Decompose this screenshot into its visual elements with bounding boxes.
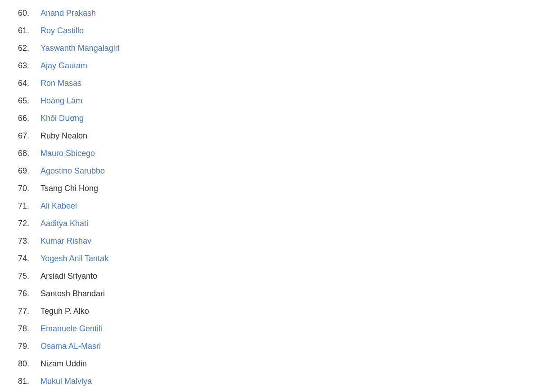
item-number: 68. xyxy=(18,147,40,160)
item-name[interactable]: Emanuele Gentili xyxy=(40,323,102,335)
list-item: 70.Tsang Chi Hong xyxy=(18,180,522,197)
item-name: Ruby Nealon xyxy=(40,130,87,142)
item-number: 69. xyxy=(18,165,40,177)
item-number: 74. xyxy=(18,253,40,265)
item-name[interactable]: Agostino Sarubbo xyxy=(40,165,105,177)
item-number: 78. xyxy=(18,323,40,335)
item-name[interactable]: Mauro Sbicego xyxy=(40,147,95,160)
item-name: Santosh Bhandari xyxy=(40,288,105,300)
list-item: 78.Emanuele Gentili xyxy=(18,320,522,338)
item-name[interactable]: Anand Prakash xyxy=(40,7,96,19)
item-name[interactable]: Roy Castillo xyxy=(40,25,84,37)
list-item: 65.Hoàng Lâm xyxy=(18,92,522,110)
item-name: Arsiadi Sriyanto xyxy=(40,270,97,282)
list-item: 69.Agostino Sarubbo xyxy=(18,162,522,180)
item-number: 77. xyxy=(18,305,40,317)
item-number: 66. xyxy=(18,112,40,125)
list-item: 74.Yogesh Anil Tantak xyxy=(18,250,522,267)
item-name[interactable]: Ali Kabeel xyxy=(40,200,77,212)
item-number: 71. xyxy=(18,200,40,212)
item-name[interactable]: Yaswanth Mangalagiri xyxy=(40,42,120,54)
item-number: 75. xyxy=(18,270,40,282)
ranked-list: 60.Anand Prakash61.Roy Castillo62.Yaswan… xyxy=(18,4,522,392)
item-number: 73. xyxy=(18,235,40,247)
item-number: 80. xyxy=(18,358,40,370)
item-name[interactable]: Hoàng Lâm xyxy=(40,95,82,107)
item-name: Teguh P. Alko xyxy=(40,305,89,317)
list-item: 75.Arsiadi Sriyanto xyxy=(18,267,522,285)
list-item: 79.Osama AL-Masri xyxy=(18,338,522,355)
item-name[interactable]: Yogesh Anil Tantak xyxy=(40,253,108,265)
list-item: 81.Mukul Malviya xyxy=(18,373,522,390)
list-item: 68.Mauro Sbicego xyxy=(18,145,522,162)
list-item: 76.Santosh Bhandari xyxy=(18,285,522,303)
list-item: 64.Ron Masas xyxy=(18,75,522,92)
list-item: 60.Anand Prakash xyxy=(18,4,522,22)
item-name[interactable]: Ajay Gautam xyxy=(40,60,87,72)
item-name: Nizam Uddin xyxy=(40,358,87,370)
item-number: 60. xyxy=(18,7,40,19)
list-item: 61.Roy Castillo xyxy=(18,22,522,40)
item-number: 67. xyxy=(18,130,40,142)
list-item: 63.Ajay Gautam xyxy=(18,57,522,75)
item-name[interactable]: Aaditya Khati xyxy=(40,218,88,230)
item-number: 61. xyxy=(18,25,40,37)
item-name[interactable]: Mukul Malviya xyxy=(40,375,92,388)
list-item: 73.Kumar Rishav xyxy=(18,232,522,250)
list-item: 77.Teguh P. Alko xyxy=(18,303,522,320)
list-item: 80.Nizam Uddin xyxy=(18,355,522,373)
list-item: 66.Khôi Dương xyxy=(18,110,522,127)
item-number: 81. xyxy=(18,375,40,388)
item-number: 72. xyxy=(18,218,40,230)
item-name[interactable]: Kumar Rishav xyxy=(40,235,91,247)
list-item: 82.Gaurav Kumar xyxy=(18,390,522,392)
list-item: 71.Ali Kabeel xyxy=(18,197,522,215)
item-name: Tsang Chi Hong xyxy=(40,183,98,195)
item-name[interactable]: Khôi Dương xyxy=(40,112,84,125)
list-item: 72.Aaditya Khati xyxy=(18,215,522,232)
item-name[interactable]: Ron Masas xyxy=(40,77,81,89)
item-number: 63. xyxy=(18,60,40,72)
item-number: 64. xyxy=(18,77,40,89)
item-number: 62. xyxy=(18,42,40,54)
list-item: 67.Ruby Nealon xyxy=(18,127,522,145)
list-item: 62.Yaswanth Mangalagiri xyxy=(18,40,522,57)
item-name[interactable]: Osama AL-Masri xyxy=(40,340,101,352)
item-number: 70. xyxy=(18,183,40,195)
item-number: 79. xyxy=(18,340,40,352)
item-number: 65. xyxy=(18,95,40,107)
item-number: 76. xyxy=(18,288,40,300)
